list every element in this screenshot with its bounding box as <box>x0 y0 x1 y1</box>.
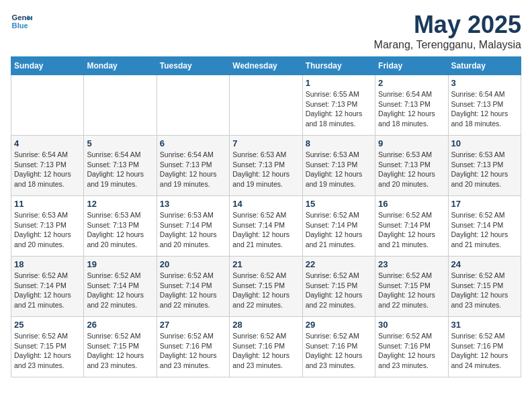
day-header-wednesday: Wednesday <box>230 57 302 75</box>
cell-info: Sunrise: 6:52 AM Sunset: 7:16 PM Dayligh… <box>378 331 445 371</box>
day-number: 22 <box>306 259 372 269</box>
day-number: 21 <box>232 259 299 269</box>
cell-info: Sunrise: 6:52 AM Sunset: 7:15 PM Dayligh… <box>306 271 372 310</box>
day-number: 10 <box>451 138 518 148</box>
calendar-cell: 1Sunrise: 6:55 AM Sunset: 7:13 PM Daylig… <box>302 75 375 136</box>
cell-info: Sunrise: 6:55 AM Sunset: 7:13 PM Dayligh… <box>306 89 372 129</box>
day-number: 14 <box>232 199 299 209</box>
cell-info: Sunrise: 6:53 AM Sunset: 7:13 PM Dayligh… <box>14 210 81 250</box>
calendar-cell: 13Sunrise: 6:53 AM Sunset: 7:14 PM Dayli… <box>157 196 229 257</box>
cell-info: Sunrise: 6:52 AM Sunset: 7:14 PM Dayligh… <box>87 271 153 310</box>
page-header: General Blue May 2025 Marang, Terengganu… <box>11 11 521 51</box>
cell-info: Sunrise: 6:52 AM Sunset: 7:15 PM Dayligh… <box>232 271 299 310</box>
day-number: 23 <box>378 259 445 269</box>
day-number: 24 <box>451 259 518 269</box>
calendar-cell: 17Sunrise: 6:52 AM Sunset: 7:14 PM Dayli… <box>448 196 521 257</box>
day-number: 5 <box>87 138 153 148</box>
calendar-cell: 23Sunrise: 6:52 AM Sunset: 7:15 PM Dayli… <box>375 257 448 317</box>
cell-info: Sunrise: 6:53 AM Sunset: 7:13 PM Dayligh… <box>232 150 299 189</box>
cell-info: Sunrise: 6:52 AM Sunset: 7:14 PM Dayligh… <box>378 210 445 250</box>
logo: General Blue <box>11 11 32 32</box>
calendar-cell: 31Sunrise: 6:52 AM Sunset: 7:16 PM Dayli… <box>448 317 521 377</box>
day-header-friday: Friday <box>375 57 448 75</box>
calendar-cell: 26Sunrise: 6:52 AM Sunset: 7:15 PM Dayli… <box>84 317 157 377</box>
calendar-cell <box>230 75 302 136</box>
cell-info: Sunrise: 6:52 AM Sunset: 7:16 PM Dayligh… <box>232 331 299 371</box>
day-number: 29 <box>306 320 372 330</box>
day-header-thursday: Thursday <box>302 57 375 75</box>
calendar-cell <box>157 75 229 136</box>
calendar-cell: 24Sunrise: 6:52 AM Sunset: 7:15 PM Dayli… <box>448 257 521 317</box>
day-header-saturday: Saturday <box>448 57 521 75</box>
calendar-cell: 29Sunrise: 6:52 AM Sunset: 7:16 PM Dayli… <box>302 317 375 377</box>
calendar-cell: 5Sunrise: 6:54 AM Sunset: 7:13 PM Daylig… <box>84 136 157 196</box>
cell-info: Sunrise: 6:52 AM Sunset: 7:15 PM Dayligh… <box>451 271 518 310</box>
day-number: 26 <box>87 320 153 330</box>
day-number: 15 <box>306 199 372 209</box>
calendar-cell: 8Sunrise: 6:53 AM Sunset: 7:13 PM Daylig… <box>302 136 375 196</box>
day-number: 9 <box>378 138 445 148</box>
day-number: 12 <box>87 199 153 209</box>
day-header-tuesday: Tuesday <box>157 57 229 75</box>
calendar-cell: 7Sunrise: 6:53 AM Sunset: 7:13 PM Daylig… <box>230 136 302 196</box>
calendar-cell: 14Sunrise: 6:52 AM Sunset: 7:14 PM Dayli… <box>230 196 302 257</box>
calendar-cell: 10Sunrise: 6:53 AM Sunset: 7:13 PM Dayli… <box>448 136 521 196</box>
calendar-header-row: SundayMondayTuesdayWednesdayThursdayFrid… <box>11 57 521 75</box>
day-number: 18 <box>14 259 81 269</box>
calendar-cell: 6Sunrise: 6:54 AM Sunset: 7:13 PM Daylig… <box>157 136 229 196</box>
calendar-cell: 21Sunrise: 6:52 AM Sunset: 7:15 PM Dayli… <box>230 257 302 317</box>
cell-info: Sunrise: 6:52 AM Sunset: 7:15 PM Dayligh… <box>378 271 445 310</box>
day-number: 17 <box>451 199 518 209</box>
calendar-week-row: 18Sunrise: 6:52 AM Sunset: 7:14 PM Dayli… <box>11 257 521 317</box>
calendar-cell: 4Sunrise: 6:54 AM Sunset: 7:13 PM Daylig… <box>11 136 84 196</box>
cell-info: Sunrise: 6:54 AM Sunset: 7:13 PM Dayligh… <box>160 150 226 189</box>
day-number: 19 <box>87 259 153 269</box>
day-number: 28 <box>232 320 299 330</box>
day-number: 3 <box>451 78 518 88</box>
svg-text:Blue: Blue <box>12 21 28 30</box>
day-number: 27 <box>160 320 226 330</box>
calendar-table: SundayMondayTuesdayWednesdayThursdayFrid… <box>11 56 521 377</box>
cell-info: Sunrise: 6:53 AM Sunset: 7:13 PM Dayligh… <box>306 150 372 189</box>
day-number: 2 <box>378 78 445 88</box>
day-number: 11 <box>14 199 81 209</box>
calendar-cell: 22Sunrise: 6:52 AM Sunset: 7:15 PM Dayli… <box>302 257 375 317</box>
cell-info: Sunrise: 6:52 AM Sunset: 7:14 PM Dayligh… <box>160 271 226 310</box>
cell-info: Sunrise: 6:54 AM Sunset: 7:13 PM Dayligh… <box>87 150 153 189</box>
calendar-cell: 28Sunrise: 6:52 AM Sunset: 7:16 PM Dayli… <box>230 317 302 377</box>
cell-info: Sunrise: 6:54 AM Sunset: 7:13 PM Dayligh… <box>14 150 81 189</box>
calendar-cell <box>84 75 157 136</box>
logo-icon: General Blue <box>11 11 32 32</box>
cell-info: Sunrise: 6:53 AM Sunset: 7:14 PM Dayligh… <box>160 210 226 250</box>
calendar-cell: 19Sunrise: 6:52 AM Sunset: 7:14 PM Dayli… <box>84 257 157 317</box>
day-number: 31 <box>451 320 518 330</box>
day-number: 20 <box>160 259 226 269</box>
calendar-cell: 25Sunrise: 6:52 AM Sunset: 7:15 PM Dayli… <box>11 317 84 377</box>
day-number: 7 <box>232 138 299 148</box>
calendar-week-row: 11Sunrise: 6:53 AM Sunset: 7:13 PM Dayli… <box>11 196 521 257</box>
day-number: 1 <box>306 78 372 88</box>
calendar-cell: 3Sunrise: 6:54 AM Sunset: 7:13 PM Daylig… <box>448 75 521 136</box>
cell-info: Sunrise: 6:54 AM Sunset: 7:13 PM Dayligh… <box>451 89 518 129</box>
day-number: 16 <box>378 199 445 209</box>
day-number: 30 <box>378 320 445 330</box>
day-number: 4 <box>14 138 81 148</box>
cell-info: Sunrise: 6:52 AM Sunset: 7:14 PM Dayligh… <box>14 271 81 310</box>
calendar-cell: 20Sunrise: 6:52 AM Sunset: 7:14 PM Dayli… <box>157 257 229 317</box>
day-header-monday: Monday <box>84 57 157 75</box>
cell-info: Sunrise: 6:52 AM Sunset: 7:14 PM Dayligh… <box>306 210 372 250</box>
calendar-cell <box>11 75 84 136</box>
cell-info: Sunrise: 6:52 AM Sunset: 7:15 PM Dayligh… <box>87 331 153 371</box>
calendar-cell: 11Sunrise: 6:53 AM Sunset: 7:13 PM Dayli… <box>11 196 84 257</box>
cell-info: Sunrise: 6:53 AM Sunset: 7:13 PM Dayligh… <box>451 150 518 189</box>
day-number: 6 <box>160 138 226 148</box>
day-number: 8 <box>306 138 372 148</box>
calendar-cell: 2Sunrise: 6:54 AM Sunset: 7:13 PM Daylig… <box>375 75 448 136</box>
title-block: May 2025 Marang, Terengganu, Malaysia <box>374 11 521 51</box>
calendar-week-row: 4Sunrise: 6:54 AM Sunset: 7:13 PM Daylig… <box>11 136 521 196</box>
cell-info: Sunrise: 6:53 AM Sunset: 7:13 PM Dayligh… <box>87 210 153 250</box>
calendar-cell: 15Sunrise: 6:52 AM Sunset: 7:14 PM Dayli… <box>302 196 375 257</box>
month-title: May 2025 <box>374 11 521 39</box>
calendar-cell: 9Sunrise: 6:53 AM Sunset: 7:13 PM Daylig… <box>375 136 448 196</box>
day-number: 25 <box>14 320 81 330</box>
